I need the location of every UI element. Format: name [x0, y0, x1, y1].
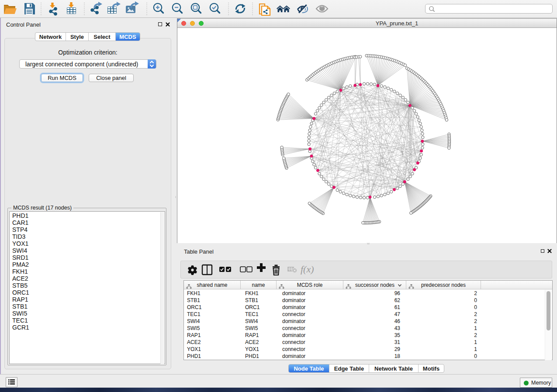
svg-text:f(x): f(x) — [301, 264, 314, 275]
